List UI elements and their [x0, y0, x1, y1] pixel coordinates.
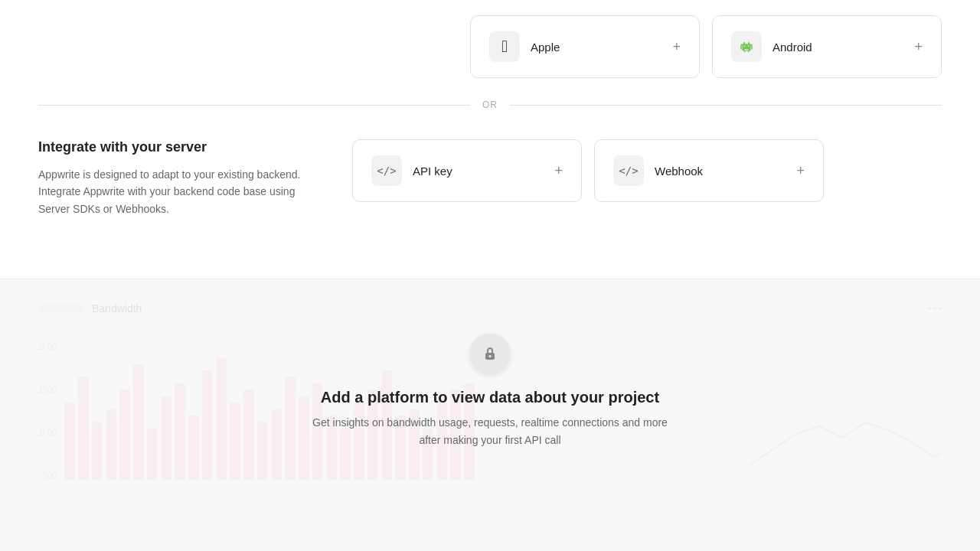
overlay-title: Add a platform to view data about your p… [321, 389, 659, 406]
webhook-card[interactable]: </> Webhook + [594, 139, 824, 202]
svg-rect-0 [743, 42, 745, 44]
android-card-label: Android [773, 41, 914, 54]
analytics-overlay: Add a platform to view data about your p… [0, 279, 980, 503]
apple-add-icon: + [672, 39, 681, 55]
svg-point-3 [748, 45, 750, 47]
api-key-add-icon: + [554, 163, 563, 179]
divider-text: OR [470, 99, 510, 110]
android-platform-card[interactable]: Android + [712, 15, 942, 78]
android-add-icon: + [914, 39, 923, 55]
apple-icon:  [501, 37, 508, 57]
svg-point-2 [744, 45, 746, 47]
analytics-section: Bandwidth 2000 1500 1000 500 [0, 279, 980, 503]
android-icon [737, 37, 756, 56]
webhook-label: Webhook [655, 165, 796, 178]
lock-icon [482, 345, 498, 362]
apple-card-label: Apple [531, 41, 672, 54]
overlay-description: Get insights on bandwidth usage, request… [306, 414, 674, 448]
android-icon-wrap [731, 31, 762, 62]
api-key-label: API key [413, 165, 554, 178]
integrate-text-block: Integrate with your server Appwrite is d… [38, 139, 306, 217]
integrate-title: Integrate with your server [38, 139, 306, 155]
top-platform-cards:  Apple + [38, 0, 942, 78]
webhook-icon-wrap: </> [613, 155, 644, 186]
webhook-add-icon: + [796, 163, 805, 179]
api-key-code-icon: </> [377, 165, 396, 177]
webhook-code-icon: </> [619, 165, 638, 177]
integrate-section: Integrate with your server Appwrite is d… [38, 132, 942, 248]
svg-rect-1 [748, 42, 750, 44]
server-cards-group: </> API key + </> Webhook + [352, 139, 942, 202]
api-key-card[interactable]: </> API key + [352, 139, 582, 202]
api-key-icon-wrap: </> [371, 155, 402, 186]
or-divider: OR [38, 99, 942, 110]
apple-icon-wrap:  [489, 31, 520, 62]
lock-circle [470, 334, 510, 373]
integrate-description: Appwrite is designed to adapt to your ex… [38, 166, 306, 217]
apple-platform-card[interactable]:  Apple + [470, 15, 700, 78]
svg-point-5 [489, 355, 492, 357]
